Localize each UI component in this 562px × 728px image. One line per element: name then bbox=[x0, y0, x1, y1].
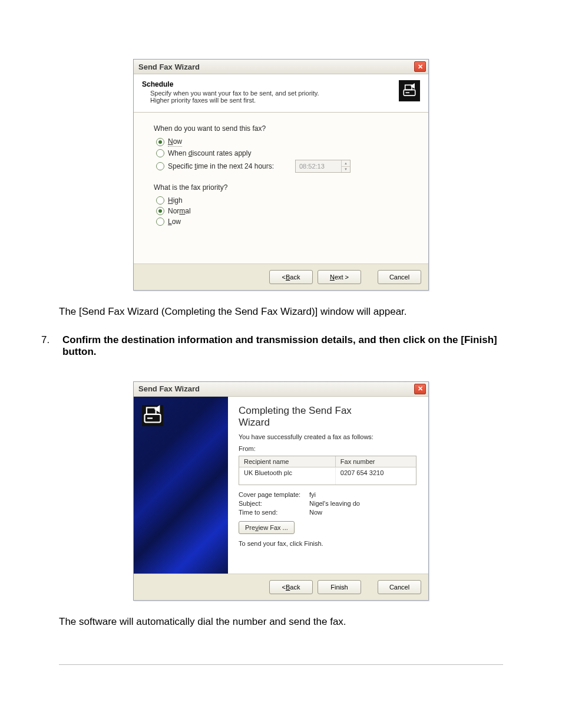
fax-icon bbox=[399, 80, 420, 101]
time-to-send-row: Time to send: Now bbox=[239, 509, 416, 516]
close-icon[interactable]: ✕ bbox=[414, 384, 426, 394]
radio-low[interactable]: Low bbox=[156, 218, 408, 226]
title-bar[interactable]: Send Fax Wizard ✕ bbox=[134, 60, 428, 74]
header-subtitle-1: Specify when you want your fax to be sen… bbox=[150, 90, 319, 97]
success-text: You have successfully created a fax as f… bbox=[239, 433, 416, 440]
spin-down-icon[interactable]: ▼ bbox=[342, 166, 350, 173]
radio-icon bbox=[156, 218, 164, 226]
time-spinner[interactable]: 08:52:13 ▲ ▼ bbox=[295, 160, 351, 173]
cover-value: fyi bbox=[309, 491, 316, 498]
radio-specific-time[interactable]: Specific time in the next 24 hours: 08:5… bbox=[156, 160, 351, 173]
step-number: 7. bbox=[41, 334, 54, 358]
radio-icon bbox=[156, 138, 164, 146]
col-fax-header: Fax number bbox=[336, 456, 416, 467]
subject-label: Subject: bbox=[239, 500, 309, 507]
radio-now[interactable]: Now bbox=[156, 137, 408, 147]
preview-fax-button[interactable]: Preview Fax ... bbox=[239, 521, 295, 534]
page-rule bbox=[59, 664, 503, 665]
header-title: Schedule bbox=[142, 80, 319, 88]
fax-icon bbox=[142, 405, 163, 426]
radio-label-time: Specific time in the next 24 hours: bbox=[168, 162, 274, 170]
title-bar[interactable]: Send Fax Wizard ✕ bbox=[134, 382, 428, 397]
radio-label-normal: Normal bbox=[168, 207, 191, 215]
radio-icon bbox=[156, 207, 164, 215]
cancel-button[interactable]: Cancel bbox=[378, 580, 421, 594]
finish-button[interactable]: Finish bbox=[318, 580, 361, 594]
radio-label-high: High bbox=[168, 196, 183, 205]
spin-up-icon[interactable]: ▲ bbox=[342, 160, 350, 166]
cancel-button[interactable]: Cancel bbox=[378, 270, 421, 284]
fax-number: 0207 654 3210 bbox=[336, 467, 416, 485]
paragraph-1: The [Send Fax Wizard (Completing the Sen… bbox=[59, 305, 503, 319]
svg-rect-3 bbox=[147, 407, 156, 414]
from-label: From: bbox=[239, 445, 416, 452]
col-recipient-header: Recipient name bbox=[239, 456, 336, 467]
radio-label-now: Now bbox=[168, 137, 182, 147]
radio-icon bbox=[156, 162, 164, 170]
radio-label-discount: When discount rates apply bbox=[168, 149, 251, 157]
radio-icon bbox=[156, 149, 164, 157]
radio-normal[interactable]: Normal bbox=[156, 207, 408, 215]
subject-row: Subject: Nigel's leaving do bbox=[239, 500, 416, 507]
cover-label: Cover page template: bbox=[239, 491, 309, 498]
back-button[interactable]: < Back bbox=[269, 270, 313, 284]
recipient-name: UK Bluetooth plc bbox=[239, 467, 336, 485]
next-button[interactable]: Next > bbox=[318, 270, 361, 284]
table-row[interactable]: UK Bluetooth plc 0207 654 3210 bbox=[239, 467, 416, 485]
send-fax-wizard-schedule-dialog: Send Fax Wizard ✕ Schedule Specify when … bbox=[133, 59, 429, 291]
finish-instruction: To send your fax, click Finish. bbox=[239, 540, 416, 547]
time-label: Time to send: bbox=[239, 509, 309, 516]
time-value: Now bbox=[309, 509, 322, 516]
back-button[interactable]: < Back bbox=[269, 580, 313, 594]
completion-title: Completing the Send Fax Wizard bbox=[239, 405, 416, 429]
close-icon[interactable]: ✕ bbox=[414, 61, 426, 72]
step-text: Confirm the destination information and … bbox=[62, 334, 503, 358]
subject-value: Nigel's leaving do bbox=[309, 500, 360, 507]
paragraph-2: The software will automatically dial the… bbox=[59, 615, 503, 629]
cover-page-row: Cover page template: fyi bbox=[239, 491, 416, 498]
radio-icon bbox=[156, 196, 164, 205]
time-value: 08:52:13 bbox=[296, 160, 341, 172]
when-question: When do you want to send this fax? bbox=[154, 124, 408, 133]
wizard-side-panel bbox=[134, 397, 228, 574]
header-subtitle-2: Higher priority faxes will be sent first… bbox=[150, 97, 319, 104]
priority-question: What is the fax priority? bbox=[154, 183, 408, 192]
svg-rect-0 bbox=[405, 85, 412, 90]
wizard-header: Schedule Specify when you want your fax … bbox=[134, 74, 428, 113]
radio-high[interactable]: High bbox=[156, 196, 408, 205]
radio-label-low: Low bbox=[168, 218, 181, 226]
radio-discount[interactable]: When discount rates apply bbox=[156, 149, 408, 157]
send-fax-wizard-complete-dialog: Send Fax Wizard ✕ Completing the Send Fa… bbox=[133, 381, 429, 601]
dialog-title: Send Fax Wizard bbox=[138, 384, 200, 393]
step-7: 7. Confirm the destination information a… bbox=[41, 334, 503, 358]
recipients-table: Recipient name Fax number UK Bluetooth p… bbox=[239, 456, 416, 485]
dialog-title: Send Fax Wizard bbox=[138, 62, 200, 71]
